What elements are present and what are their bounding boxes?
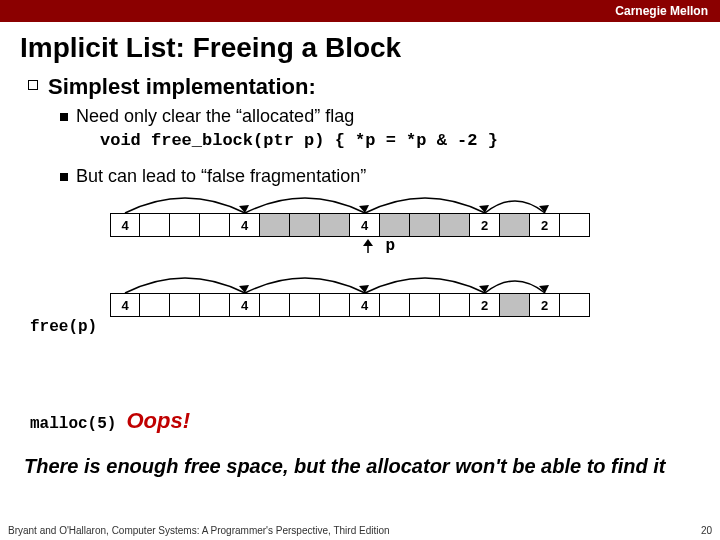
page-number: 20 [701,525,712,536]
oops-label: Oops! [126,408,190,434]
heap-cell [500,293,530,317]
svg-marker-5 [363,239,373,246]
malloc-call-label: malloc(5) [30,415,116,433]
heap-cell [260,213,290,237]
heap-cell: 2 [530,213,560,237]
conclusion-text: There is enough free space, but the allo… [0,454,690,478]
heap-cell [290,293,320,317]
heap-cell: 2 [530,293,560,317]
heap-cell [410,213,440,237]
heap-cell [320,213,350,237]
heap-cell [440,293,470,317]
heap-cell [200,293,230,317]
heap-diagram-after: 44422 [110,293,720,317]
heap-cell: 4 [350,213,380,237]
heap-cell [380,293,410,317]
heap-cell [560,213,590,237]
heap-cell [140,213,170,237]
code-line: void free_block(ptr p) { *p = *p & -2 } [0,131,720,150]
institution-bar: Carnegie Mellon [0,0,720,22]
pointer-p-text: p [386,237,396,255]
square-bullet-icon [60,113,68,121]
heap-cell [200,213,230,237]
heap-cell [260,293,290,317]
pointer-p-label: p [360,239,395,257]
traversal-arcs-icon [110,267,590,295]
heap-cell [380,213,410,237]
heap-cell [290,213,320,237]
institution-label: Carnegie Mellon [615,4,708,18]
heap-cell: 4 [350,293,380,317]
heap-cell: 4 [230,213,260,237]
heap-cell: 2 [470,213,500,237]
heap-cell: 4 [230,293,260,317]
footer-citation: Bryant and O'Hallaron, Computer Systems:… [8,525,390,536]
heap-cell [320,293,350,317]
bullet-sub1-text: Need only clear the “allocated” flag [76,106,354,127]
heap-cell [500,213,530,237]
traversal-arcs-icon [110,187,590,215]
bullet-sub2: But can lead to “false fragmentation” [0,166,720,187]
malloc-row: malloc(5) Oops! [30,408,190,434]
heap-cell [170,213,200,237]
heap-diagram-before: 44422 p [110,213,720,237]
square-bullet-icon [28,80,38,90]
slide: Carnegie Mellon Implicit List: Freeing a… [0,0,720,540]
slide-footer: Bryant and O'Hallaron, Computer Systems:… [8,525,712,536]
bullet-sub1: Need only clear the “allocated” flag [0,106,720,127]
heap-row-before: 44422 [110,213,720,237]
bullet-sub2-text: But can lead to “false fragmentation” [76,166,366,187]
heap-cell [440,213,470,237]
heap-cell: 4 [110,213,140,237]
bullet-level1: Simplest implementation: [0,74,720,100]
heap-cell: 2 [470,293,500,317]
slide-title: Implicit List: Freeing a Block [0,22,720,70]
heap-cell [560,293,590,317]
heap-cell [410,293,440,317]
heap-row-after: 44422 [110,293,720,317]
square-bullet-icon [60,173,68,181]
arrow-up-icon [360,239,376,253]
heap-cell [140,293,170,317]
bullet-level1-text: Simplest implementation: [48,74,316,100]
heap-cell: 4 [110,293,140,317]
heap-cell [170,293,200,317]
free-call-label: free(p) [30,318,97,336]
